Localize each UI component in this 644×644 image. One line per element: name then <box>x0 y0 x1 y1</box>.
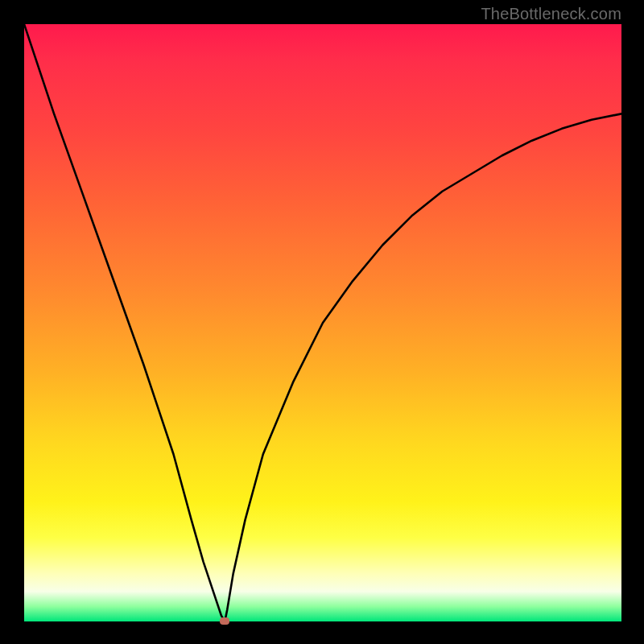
plot-area <box>24 24 621 621</box>
chart-frame: TheBottleneck.com <box>0 0 644 644</box>
optimal-marker <box>220 617 229 625</box>
bottleneck-curve <box>24 24 621 621</box>
curve-svg <box>24 24 621 621</box>
watermark-text: TheBottleneck.com <box>481 5 621 23</box>
